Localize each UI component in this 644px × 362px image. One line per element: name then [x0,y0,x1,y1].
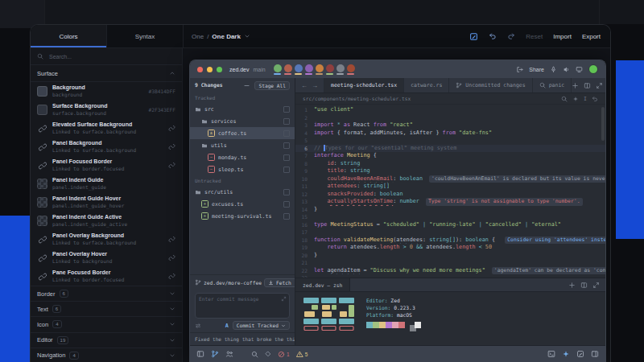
code-line[interactable]: 22let agendaItem = "Discuss why we need … [295,267,605,275]
avatar[interactable] [336,64,345,75]
nav-forward-icon[interactable]: → [312,82,318,89]
color-swatch[interactable] [37,86,47,97]
sidebar-item-panel-indent-guide-hover[interactable]: Panel Indent Guide Hoverpanel.indent_gui… [31,193,182,212]
inline-assist-icon[interactable] [572,96,579,102]
minimize-traffic-light[interactable] [207,67,213,72]
user-avatar[interactable] [588,64,598,74]
commit-message-box[interactable]: Enter commit message [195,293,290,319]
git-entry-monday-ts[interactable]: −monday.ts [190,151,295,163]
editor-tab-meeting-scheduler-tsx[interactable]: meeting-scheduler.tsx [324,78,404,93]
unlink-icon[interactable] [168,254,175,261]
fetch-button[interactable]: Fetch [264,278,295,287]
new-terminal-icon[interactable] [568,282,576,289]
current-branch[interactable]: zed.dev/more-coffee [204,280,262,286]
file-path[interactable]: src/components/meeting-scheduler.tsx [303,96,411,101]
section-navigation[interactable]: Navigation4 [31,348,182,362]
unlink-icon[interactable] [168,236,175,243]
code-line[interactable]: 3import * as React from "react" [295,121,605,130]
right-dock-icon[interactable] [591,350,599,358]
edit-theme-icon[interactable] [469,32,478,41]
sidebar-item-surface-background[interactable]: Surface Backgroundsurface.background#2F3… [31,101,182,119]
git-entry-src[interactable]: src [190,103,295,115]
reset-button[interactable]: Reset [526,33,543,40]
search-input[interactable] [47,53,175,60]
unstage-all-icon[interactable] [243,82,250,89]
terminal-output[interactable]: Editor: ZedVersion: 0.223.3Platform: mac… [295,292,605,345]
code-line[interactable]: 11 attendees: string[] [295,183,605,191]
error-count[interactable]: 1 [278,351,290,358]
scrollbar-thumb[interactable] [601,107,605,141]
search-row[interactable] [31,48,182,65]
transparent-swatch[interactable] [37,197,47,208]
stage-checkbox[interactable] [283,189,290,195]
commit-tracked-button[interactable]: Commit Tracked [233,321,290,330]
code-line[interactable]: 18function validateMeeting(atendees: str… [295,237,605,245]
chevron-down-icon[interactable] [169,306,175,312]
chevron-down-icon[interactable] [169,321,175,327]
stage-checkbox[interactable] [283,213,290,220]
leave-call-icon[interactable] [516,66,523,73]
diagnostics-icon[interactable] [265,351,271,357]
git-entry-services[interactable]: services [190,115,295,127]
git-entry-excuses-ts[interactable]: +excuses.ts [190,198,295,210]
editor-tab-uncommitted-changes[interactable]: Uncommitted changes [449,78,532,93]
mic-icon[interactable] [550,66,557,73]
chevron-down-icon[interactable] [169,290,175,297]
code-line[interactable]: 4import { format, addMinutes, isAfter } … [295,130,605,138]
project-panel-icon[interactable] [196,350,204,358]
code-line[interactable]: 10 couldHaveBeenAnEmail: boolean'couldHa… [295,175,605,183]
stage-all-button[interactable]: Stage All [254,81,290,90]
stage-checkbox[interactable] [283,106,290,113]
code-line[interactable]: 23 [295,274,605,278]
sidebar-item-panel-indent-guide[interactable]: Panel Indent Guidepanel.indent_guide [31,175,182,193]
chevron-down-icon[interactable] [169,337,175,343]
collab-panel-icon[interactable] [225,350,233,358]
avatar[interactable] [305,64,313,75]
breadcrumb-current[interactable]: One Dark [212,33,241,40]
git-entry-coffee-ts[interactable]: ±coffee.ts [190,127,295,139]
export-button[interactable]: Export [582,33,601,40]
cursor-mode-icon[interactable]: I [584,96,587,102]
stage-checkbox[interactable] [283,130,290,137]
chevron-up-icon[interactable] [169,70,175,76]
tab-colors[interactable]: Colors [31,25,107,47]
chevron-down-icon[interactable] [169,352,175,359]
sidebar-item-panel-background[interactable]: Panel BackgroundLinked to surface.backgr… [31,138,182,156]
redo-icon[interactable] [507,32,515,40]
sidebar-item-panel-overlay-background[interactable]: Panel Overlay BackgroundLinked to surfac… [31,230,182,249]
commit-options-icon[interactable] [195,323,201,329]
breadcrumb-root[interactable]: One [192,33,204,40]
section-text[interactable]: Text6 [31,301,182,316]
code-line[interactable]: 14} [295,206,605,214]
split-terminal-icon[interactable] [580,282,588,289]
code-line[interactable]: 5 [295,137,605,145]
terminal-toggle-icon[interactable] [547,350,555,358]
sidebar-item-panel-overlay-hover[interactable]: Panel Overlay HoverLinked to background [31,249,182,267]
code-line[interactable]: 20} [295,252,605,260]
git-entry-meeting-survival-ts[interactable]: +meeting-survival.ts [190,210,295,222]
avatar[interactable] [295,64,303,75]
avatar[interactable] [326,64,334,75]
code-line[interactable]: 21 [295,259,605,267]
editor-tab-catware-rs[interactable]: catware.rs [404,78,449,93]
amend-indicator[interactable]: A [225,323,229,329]
section-editor[interactable]: Editor19 [31,332,182,348]
stage-checkbox[interactable] [283,118,290,125]
code-line[interactable]: 13 actuallyStartsOnTime: numberType 'str… [295,198,605,206]
code-line[interactable]: 7interface Meeting { [295,152,605,160]
maximize-terminal-icon[interactable] [592,282,600,289]
buffer-search-icon[interactable] [561,96,568,102]
code-line[interactable]: 9 title: string [295,167,605,175]
code-line[interactable]: 2 [295,114,605,122]
code-line[interactable]: 1"use client" [295,106,605,114]
screen-share-icon[interactable] [576,66,583,73]
sidebar-item-background[interactable]: Backgroundbackground#3B414DFF [31,82,182,101]
history-icon[interactable] [592,96,598,102]
edit-log-icon[interactable] [576,350,584,358]
stage-checkbox[interactable] [283,201,290,208]
sidebar-item-panel-indent-guide-active[interactable]: Panel Indent Guide Activepanel.indent_gu… [31,212,182,230]
stage-checkbox[interactable] [283,154,290,161]
code-line[interactable]: 17 [295,228,605,237]
code-line[interactable]: 8 id: string [295,160,605,168]
code-line[interactable]: 12 snacksProvided: boolean [295,191,605,199]
